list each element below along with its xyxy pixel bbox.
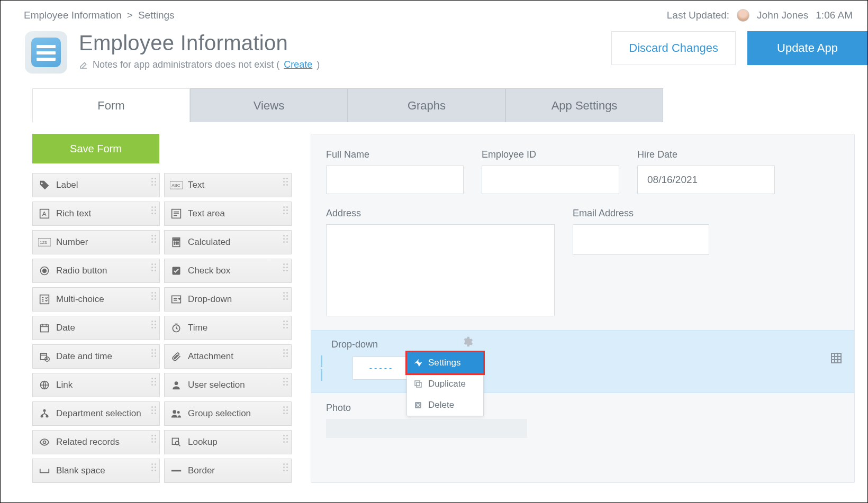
employee-id-input[interactable] bbox=[482, 166, 619, 194]
breadcrumb-current: Settings bbox=[138, 10, 175, 21]
notes-create-link[interactable]: Create bbox=[284, 59, 312, 70]
delete-icon bbox=[413, 400, 423, 410]
gear-icon[interactable] bbox=[462, 336, 473, 347]
svg-rect-18 bbox=[40, 295, 49, 304]
duplicate-icon bbox=[413, 379, 423, 389]
photo-label: Photo bbox=[326, 403, 351, 413]
palette-item-rich-text[interactable]: ARich text bbox=[32, 202, 160, 226]
palette-item-time[interactable]: Time bbox=[164, 316, 292, 340]
tab-views[interactable]: Views bbox=[190, 88, 348, 122]
update-app-button[interactable]: Update App bbox=[747, 31, 867, 65]
field-context-menu: Settings Duplicate Delete bbox=[406, 352, 484, 416]
avatar bbox=[737, 9, 749, 22]
radio-icon bbox=[38, 264, 51, 277]
palette-item-attachment[interactable]: Attachment bbox=[164, 344, 292, 369]
tools-icon bbox=[413, 358, 423, 368]
field-photo[interactable]: Photo bbox=[326, 403, 839, 438]
address-input[interactable] bbox=[326, 224, 555, 316]
palette-item-date-and-time[interactable]: Date and time bbox=[32, 344, 160, 369]
drag-handle-icon[interactable] bbox=[317, 355, 326, 381]
palette-item-label[interactable]: Label bbox=[32, 173, 160, 197]
field-address[interactable]: Address bbox=[326, 208, 555, 316]
field-hire-date[interactable]: Hire Date 08/16/2021 bbox=[637, 149, 775, 194]
field-email[interactable]: Email Address bbox=[573, 208, 709, 316]
selected-field-dropdown[interactable]: Drop-down ----- Settings Duplicate bbox=[311, 330, 854, 393]
tabs: Form Views Graphs App Settings bbox=[32, 88, 867, 122]
menu-item-delete[interactable]: Delete bbox=[407, 395, 483, 416]
discard-changes-button[interactable]: Discard Changes bbox=[611, 31, 736, 65]
palette-item-date[interactable]: Date bbox=[32, 316, 160, 340]
user-icon bbox=[170, 379, 183, 391]
svg-point-10 bbox=[176, 242, 177, 243]
menu-item-duplicate[interactable]: Duplicate bbox=[407, 373, 483, 395]
svg-rect-36 bbox=[415, 381, 420, 386]
page-title: Employee Information bbox=[79, 31, 320, 55]
palette-item-text-area[interactable]: Text area bbox=[164, 202, 292, 226]
svg-rect-35 bbox=[417, 382, 421, 387]
tab-graphs[interactable]: Graphs bbox=[348, 88, 505, 122]
tab-form[interactable]: Form bbox=[32, 88, 190, 122]
palette-item-label: Calculated bbox=[188, 237, 230, 248]
palette-item-drop-down[interactable]: Drop-down bbox=[164, 287, 292, 312]
field-employee-id[interactable]: Employee ID bbox=[482, 149, 619, 194]
hire-date-label: Hire Date bbox=[637, 149, 775, 160]
palette-item-radio-button[interactable]: Radio button bbox=[32, 259, 160, 283]
employee-id-label: Employee ID bbox=[482, 149, 619, 160]
palette-item-label: Related records bbox=[56, 437, 120, 447]
palette-item-blank-space[interactable]: Blank space bbox=[32, 459, 160, 483]
palette-item-text[interactable]: ABCText bbox=[164, 173, 292, 197]
palette-item-multi-choice[interactable]: Multi-choice bbox=[32, 287, 160, 312]
field-full-name[interactable]: Full Name bbox=[326, 149, 464, 194]
svg-rect-20 bbox=[41, 325, 49, 332]
palette-item-label: Text bbox=[188, 180, 204, 190]
palette-item-label: Group selection bbox=[188, 408, 251, 419]
palette-item-label: Radio button bbox=[56, 266, 107, 276]
dropdown-icon bbox=[170, 293, 183, 306]
menu-item-settings[interactable]: Settings bbox=[407, 352, 483, 373]
palette-item-link[interactable]: Link bbox=[32, 373, 160, 397]
svg-point-14 bbox=[178, 244, 179, 245]
last-updated-meta: Last Updated: John Jones 1:06 AM bbox=[667, 9, 853, 22]
email-input[interactable] bbox=[573, 224, 709, 255]
calendar-icon bbox=[38, 322, 51, 334]
palette-item-label: Link bbox=[56, 380, 73, 390]
palette-item-user-selection[interactable]: User selection bbox=[164, 373, 292, 397]
svg-point-26 bbox=[43, 409, 46, 412]
clip-icon bbox=[170, 350, 183, 363]
palette-item-related-records[interactable]: Related records bbox=[32, 430, 160, 454]
tag-icon bbox=[38, 179, 51, 191]
last-updated-time: 1:06 AM bbox=[816, 10, 853, 21]
search-icon bbox=[170, 436, 183, 449]
full-name-input[interactable] bbox=[326, 166, 464, 194]
palette-item-label: Border bbox=[188, 465, 215, 476]
full-name-label: Full Name bbox=[326, 149, 464, 160]
palette-item-calculated[interactable]: Calculated bbox=[164, 230, 292, 254]
hire-date-input[interactable]: 08/16/2021 bbox=[637, 166, 775, 194]
palette-item-label: Number bbox=[56, 237, 88, 248]
palette-item-label: Rich text bbox=[56, 208, 91, 219]
lines-icon bbox=[170, 207, 183, 220]
svg-point-29 bbox=[173, 410, 176, 414]
menu-delete-label: Delete bbox=[428, 400, 454, 410]
palette-item-group-selection[interactable]: Group selection bbox=[164, 401, 292, 426]
menu-duplicate-label: Duplicate bbox=[428, 379, 466, 389]
notes-edit-icon bbox=[79, 60, 88, 70]
dropdown-preview[interactable]: ----- bbox=[352, 356, 411, 380]
save-form-button[interactable]: Save Form bbox=[32, 134, 159, 163]
palette-item-label: Label bbox=[56, 180, 78, 190]
svg-point-11 bbox=[178, 242, 179, 243]
palette-item-border[interactable]: Border bbox=[164, 459, 292, 483]
email-label: Email Address bbox=[573, 208, 709, 219]
photo-input[interactable] bbox=[326, 419, 527, 438]
palette-item-number[interactable]: 123Number bbox=[32, 230, 160, 254]
palette-item-department-selection[interactable]: Department selection bbox=[32, 401, 160, 426]
breadcrumb-app-link[interactable]: Employee Information bbox=[24, 10, 122, 21]
palette-item-lookup[interactable]: Lookup bbox=[164, 430, 292, 454]
table-toggle-icon[interactable] bbox=[830, 352, 843, 364]
palette-item-check-box[interactable]: Check box bbox=[164, 259, 292, 283]
form-canvas[interactable]: Full Name Employee ID Hire Date 08/16/20… bbox=[311, 134, 855, 483]
tab-app-settings[interactable]: App Settings bbox=[505, 88, 663, 122]
palette-item-label: Check box bbox=[188, 266, 230, 276]
svg-point-31 bbox=[43, 441, 46, 444]
calc-icon bbox=[170, 236, 183, 249]
